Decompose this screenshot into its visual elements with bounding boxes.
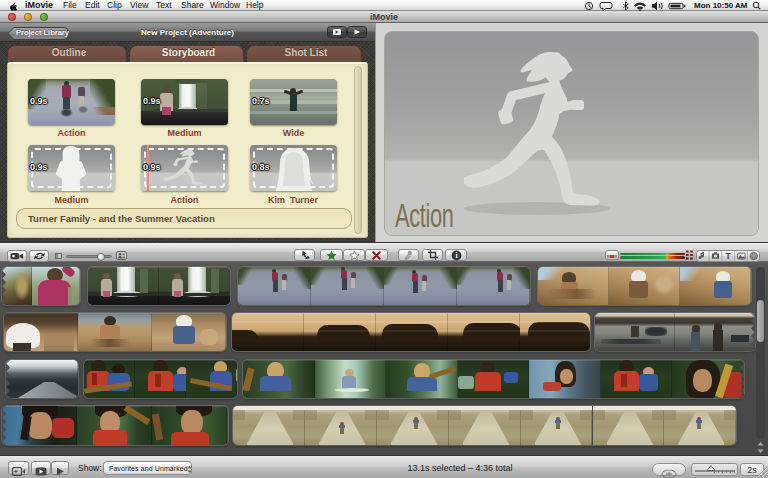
svg-text:i: i: [455, 251, 457, 260]
svg-text:T: T: [726, 251, 732, 261]
